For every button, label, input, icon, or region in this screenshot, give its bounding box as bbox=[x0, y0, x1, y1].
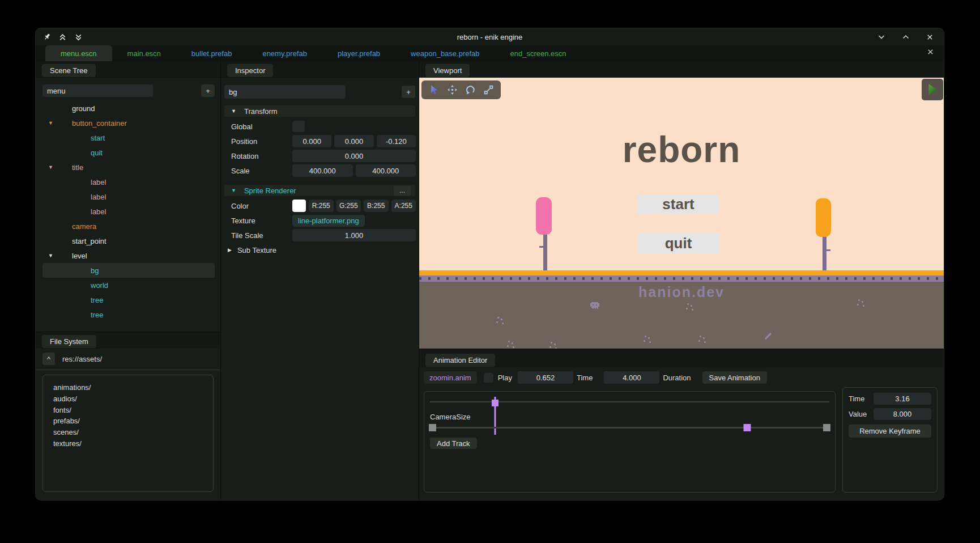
component-menu-button[interactable]: ... bbox=[394, 186, 411, 196]
keyframe-value-label: Value bbox=[849, 410, 874, 418]
viewport-canvas[interactable]: reborn start quit hanion.dev bbox=[419, 78, 944, 349]
tree-item-quit[interactable]: quit bbox=[42, 145, 215, 160]
tile-scale-field[interactable]: 1.000 bbox=[292, 229, 416, 241]
tab-inspector[interactable]: Inspector bbox=[227, 64, 273, 77]
track-timeline[interactable] bbox=[430, 427, 829, 429]
dirt-area: hanion.dev bbox=[419, 282, 944, 349]
transform-section-header[interactable]: ▼ Transform bbox=[224, 105, 415, 117]
keyframe-value-field[interactable]: 8.000 bbox=[874, 408, 931, 420]
scrub-bar[interactable] bbox=[430, 401, 829, 402]
keyframe-time-field[interactable]: 3.16 bbox=[874, 393, 931, 405]
tab-scene-tree[interactable]: Scene Tree bbox=[42, 64, 96, 77]
remove-keyframe-button[interactable]: Remove Keyframe bbox=[849, 425, 931, 438]
collapse-arrow-icon[interactable]: ▼ bbox=[48, 164, 65, 170]
file-tab-bar: menu.escn main.escn bullet.prefab enemy.… bbox=[36, 45, 944, 61]
color-swatch[interactable] bbox=[292, 200, 306, 212]
animation-file-chip[interactable]: zoomin.anim bbox=[424, 371, 477, 384]
sprite-renderer-section-header[interactable]: ▼ Sprite Renderer ... bbox=[224, 185, 415, 196]
expand-arrow-icon[interactable]: ▶ bbox=[228, 247, 232, 253]
folder-up-button[interactable]: ^ bbox=[42, 353, 55, 365]
tree-item-start-point[interactable]: start_point bbox=[42, 234, 215, 248]
move-tool-icon[interactable] bbox=[447, 84, 458, 95]
tree-item-camera[interactable]: camera bbox=[42, 219, 215, 234]
tab-weapon-base-prefab[interactable]: weapon_base.prefab bbox=[395, 45, 495, 61]
sub-texture-section-header[interactable]: ▶ Sub Texture bbox=[221, 243, 419, 257]
save-animation-button[interactable]: Save Animation bbox=[702, 371, 767, 384]
tree-item-start[interactable]: start bbox=[42, 130, 215, 145]
rotation-field[interactable]: 0.000 bbox=[292, 150, 416, 162]
root-node-name-input[interactable] bbox=[42, 84, 153, 97]
close-tab-icon[interactable] bbox=[926, 48, 935, 56]
tab-bullet-prefab[interactable]: bullet.prefab bbox=[176, 45, 248, 61]
rotate-tool-icon[interactable] bbox=[465, 84, 476, 95]
tab-file-system[interactable]: File System bbox=[42, 335, 96, 348]
tab-menu-escn[interactable]: menu.escn bbox=[45, 45, 112, 61]
tree-item-bg-selected[interactable]: bg bbox=[42, 263, 215, 278]
position-z-field[interactable]: -0.120 bbox=[377, 135, 416, 147]
color-g-field[interactable]: G:255 bbox=[336, 200, 361, 212]
file-entry[interactable]: scenes/ bbox=[53, 427, 213, 438]
add-node-button[interactable]: + bbox=[201, 84, 215, 97]
color-a-field[interactable]: A:255 bbox=[391, 200, 416, 212]
position-x-field[interactable]: 0.000 bbox=[292, 135, 331, 147]
pink-tree-sprite bbox=[536, 197, 553, 270]
keyframe-marker[interactable] bbox=[429, 424, 436, 431]
tree-item-label-2[interactable]: label bbox=[42, 189, 215, 204]
anim-time-field[interactable]: 0.652 bbox=[518, 371, 573, 384]
collapse-arrow-icon[interactable]: ▼ bbox=[231, 188, 236, 193]
position-y-field[interactable]: 0.000 bbox=[334, 135, 373, 147]
tree-item-tree-1[interactable]: tree bbox=[42, 292, 215, 307]
game-quit-button[interactable]: quit bbox=[637, 233, 719, 253]
tree-item-button-container[interactable]: ▼button_container bbox=[42, 116, 215, 130]
collapse-arrow-icon[interactable]: ▼ bbox=[231, 108, 236, 114]
tab-player-prefab[interactable]: player.prefab bbox=[322, 45, 395, 61]
file-entry[interactable]: prefabs/ bbox=[53, 415, 213, 427]
scale-tool-icon[interactable] bbox=[483, 84, 494, 95]
add-component-button[interactable]: + bbox=[402, 86, 415, 98]
color-b-field[interactable]: B:255 bbox=[364, 200, 389, 212]
select-tool-icon[interactable] bbox=[429, 84, 440, 95]
decor-skull-icon bbox=[590, 302, 599, 312]
add-track-button[interactable]: Add Track bbox=[430, 438, 477, 449]
color-r-field[interactable]: R:255 bbox=[309, 200, 334, 212]
divider bbox=[36, 370, 220, 370]
play-scene-button[interactable] bbox=[922, 79, 943, 100]
texture-value[interactable]: line-platformer.png bbox=[292, 215, 365, 227]
tree-item-label-3[interactable]: label bbox=[42, 204, 215, 219]
file-entry[interactable]: animations/ bbox=[53, 382, 213, 393]
tab-end-screen-escn[interactable]: end_screen.escn bbox=[495, 45, 582, 61]
file-entry[interactable]: textures/ bbox=[53, 438, 213, 449]
file-entry[interactable]: fonts/ bbox=[53, 405, 213, 416]
tab-animation-editor[interactable]: Animation Editor bbox=[425, 354, 495, 367]
playhead-marker[interactable] bbox=[492, 400, 498, 406]
tree-item-tree-2[interactable]: tree bbox=[42, 307, 215, 322]
track-name-label: CameraSize bbox=[430, 413, 471, 421]
decor-pebbles-icon bbox=[497, 317, 499, 319]
keyframe-marker[interactable] bbox=[823, 424, 830, 431]
tree-item-level[interactable]: ▼level bbox=[42, 248, 215, 263]
play-checkbox[interactable] bbox=[484, 373, 493, 383]
tree-item-label: start bbox=[91, 134, 105, 142]
tree-item-label-1[interactable]: label bbox=[42, 175, 215, 189]
tree-item-world[interactable]: world bbox=[42, 278, 215, 292]
dirt-top-band bbox=[419, 275, 944, 282]
play-label: Play bbox=[498, 374, 512, 382]
scale-x-field[interactable]: 400.000 bbox=[292, 164, 353, 177]
scale-y-field[interactable]: 400.000 bbox=[356, 164, 416, 177]
decor-pebbles-icon bbox=[645, 336, 646, 337]
tab-viewport[interactable]: Viewport bbox=[425, 64, 470, 77]
tab-enemy-prefab[interactable]: enemy.prefab bbox=[247, 45, 322, 61]
collapse-arrow-icon[interactable]: ▼ bbox=[48, 253, 65, 258]
anim-duration-field[interactable]: 4.000 bbox=[604, 371, 659, 384]
tab-main-escn[interactable]: main.escn bbox=[112, 45, 176, 61]
game-start-button[interactable]: start bbox=[637, 194, 719, 214]
keyframe-inspector-panel: Time 3.16 Value 8.000 Remove Keyframe bbox=[842, 387, 938, 493]
tree-item-ground[interactable]: ground bbox=[42, 101, 215, 116]
file-entry[interactable]: audios/ bbox=[53, 393, 213, 405]
selected-keyframe-marker[interactable] bbox=[744, 424, 751, 431]
tree-item-label: tree bbox=[91, 296, 103, 304]
node-name-input[interactable] bbox=[224, 85, 346, 99]
tree-item-title[interactable]: ▼title bbox=[42, 160, 215, 175]
collapse-arrow-icon[interactable]: ▼ bbox=[48, 120, 65, 126]
global-checkbox[interactable] bbox=[292, 121, 305, 132]
